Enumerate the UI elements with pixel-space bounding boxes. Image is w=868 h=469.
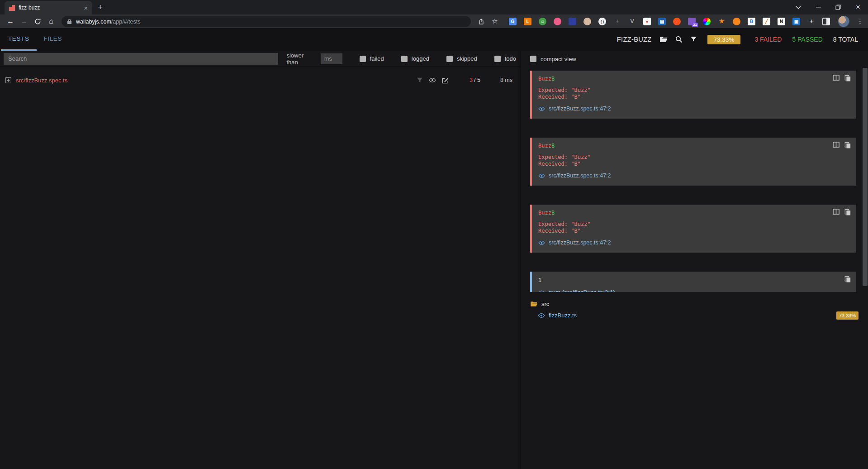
share-icon[interactable] (475, 18, 487, 25)
checkbox-icon[interactable] (360, 56, 366, 62)
test-file-row[interactable]: src/fizzBuzz.spec.ts 3/ 5 8 ms (0, 74, 520, 86)
ext-b-icon[interactable]: B (748, 18, 755, 25)
search-icon[interactable] (675, 36, 683, 43)
test-ratio: 3/ 5 (470, 77, 480, 83)
diff-line: BuzzB (538, 76, 850, 82)
ext-pencil-icon[interactable]: ╱ (763, 18, 770, 25)
compact-view-checkbox[interactable]: compact view (530, 56, 576, 62)
forward-icon[interactable]: → (18, 17, 30, 25)
ext-move-icon[interactable]: + (613, 18, 621, 25)
split-view-icon[interactable] (833, 75, 840, 81)
tests-panel: slower than failed logged skipped todo (0, 51, 520, 469)
file-row[interactable]: fizzBuzz.ts 73.33% (520, 309, 868, 321)
folder-row[interactable]: src (520, 298, 868, 309)
reload-icon[interactable] (32, 18, 43, 25)
eye-icon[interactable] (538, 290, 545, 292)
home-icon[interactable]: ⌂ (45, 17, 57, 25)
ext-shield-icon[interactable]: ▣ (792, 18, 800, 25)
error-card: BuzzB Expected: "Buzz" Received: "B" (530, 205, 856, 253)
log-location-link[interactable]: num (src/fizzBuzz.ts:2:1) (549, 289, 615, 292)
copy-icon[interactable] (844, 209, 851, 215)
back-icon[interactable]: ← (5, 17, 16, 25)
test-duration: 8 ms (500, 77, 512, 83)
failed-filter-checkbox[interactable]: failed (360, 55, 384, 62)
eye-icon[interactable] (538, 240, 545, 246)
failed-count: 3 FAILED (754, 36, 782, 43)
split-view-icon[interactable] (833, 209, 840, 215)
tab-close-icon[interactable]: × (84, 5, 88, 11)
eye-icon[interactable] (538, 312, 545, 319)
tab-tests[interactable]: TESTS (1, 28, 37, 51)
ext-book-icon[interactable] (569, 18, 576, 25)
ext-l-icon[interactable]: L (524, 18, 531, 25)
error-location-link[interactable]: src/fizzBuzz.spec.ts:47:2 (549, 239, 611, 246)
ext-fox-icon[interactable] (733, 18, 740, 25)
error-location-link[interactable]: src/fizzBuzz.spec.ts:47:2 (549, 105, 611, 112)
browser-toolbar: ← → ⌂ wallabyjs.com/app/#/tests ☆ GL☺(-)… (0, 14, 868, 28)
copy-icon[interactable] (844, 75, 851, 81)
checkbox-icon[interactable] (401, 56, 408, 62)
ext-spark-icon[interactable]: ★ (718, 18, 726, 25)
checkbox-icon[interactable] (446, 56, 453, 62)
row-eye-icon[interactable] (429, 77, 436, 83)
tab-search-chevron-icon[interactable] (788, 0, 808, 14)
ext-vimium-icon[interactable]: V (628, 18, 636, 25)
ext-card-icon[interactable]: ♦ (643, 18, 651, 25)
tab-title: fizz-buzz (19, 5, 80, 11)
row-edit-icon[interactable] (442, 77, 449, 84)
ext-translate-icon[interactable]: G (509, 18, 517, 25)
assertion-detail: Expected: "Buzz" Received: "B" (538, 154, 850, 168)
ext-pink-icon[interactable] (554, 18, 561, 25)
ms-input[interactable] (321, 53, 342, 64)
browser-tab-strip: fizz-buzz × + × (0, 0, 868, 14)
logged-filter-checkbox[interactable]: logged (401, 55, 429, 62)
error-card: BuzzB Expected: "Buzz" Received: "B" (530, 71, 856, 119)
ext-bot-icon[interactable]: ☺ (539, 18, 546, 25)
ext-notion-icon[interactable]: N (778, 18, 785, 25)
error-location-link[interactable]: src/fizzBuzz.spec.ts:47:2 (549, 172, 611, 179)
ext-face-icon[interactable] (583, 18, 591, 25)
todo-filter-checkbox[interactable]: todo (494, 55, 516, 62)
minimize-button[interactable] (808, 0, 828, 14)
ext-window-icon[interactable]: ▤ (658, 18, 666, 25)
copy-icon[interactable] (844, 142, 851, 148)
ext-purple-icon[interactable]: 21 (688, 18, 696, 25)
browser-tab[interactable]: fizz-buzz × (5, 1, 92, 14)
search-input[interactable] (4, 53, 278, 65)
ext-sidebar-icon[interactable] (822, 18, 830, 25)
browser-menu-icon[interactable]: ⋮ (857, 17, 863, 25)
window-controls: × (788, 0, 868, 14)
ext-puzzle-icon[interactable]: + (807, 18, 815, 25)
error-card: BuzzB Expected: "Buzz" Received: "B" (530, 138, 856, 186)
copy-icon[interactable] (844, 276, 851, 282)
filter-icon[interactable] (690, 36, 697, 43)
file-name-link[interactable]: fizzBuzz.ts (549, 312, 577, 319)
new-tab-button[interactable]: + (98, 2, 103, 12)
tab-files[interactable]: FILES (37, 28, 70, 51)
diff-line: BuzzB (538, 143, 850, 149)
eye-icon[interactable] (538, 173, 545, 179)
url-bar[interactable]: wallabyjs.com/app/#/tests (62, 16, 471, 27)
split-view-icon[interactable] (833, 142, 840, 148)
bookmark-star-icon[interactable]: ☆ (489, 17, 501, 25)
test-file-name[interactable]: src/fizzBuzz.spec.ts (16, 77, 67, 84)
log-card: 1 num (src/fizzBuzz.ts:2:1) (530, 272, 856, 292)
checkbox-icon[interactable] (494, 56, 501, 62)
row-filter-icon[interactable] (417, 77, 423, 83)
scrollbar-thumb[interactable] (863, 68, 868, 286)
app-header: TESTS FILES FIZZ-BUZZ 73.33% 3 FAILED 5 … (0, 28, 868, 51)
ext-orange-icon[interactable] (673, 18, 681, 25)
checkbox-icon[interactable] (530, 56, 536, 62)
close-button[interactable]: × (848, 0, 868, 14)
folder-icon (530, 301, 538, 307)
eye-icon[interactable] (538, 106, 545, 112)
url-host: wallabyjs.com (76, 19, 111, 25)
expand-icon[interactable] (5, 77, 11, 83)
ext-paren-icon[interactable]: (-) (598, 18, 606, 25)
ext-colorwheel-icon[interactable] (703, 18, 711, 25)
profile-avatar[interactable] (838, 16, 849, 27)
skipped-filter-checkbox[interactable]: skipped (446, 55, 477, 62)
log-value: 1 (538, 277, 850, 283)
restore-button[interactable] (828, 0, 848, 14)
open-project-folder-icon[interactable] (659, 36, 668, 43)
